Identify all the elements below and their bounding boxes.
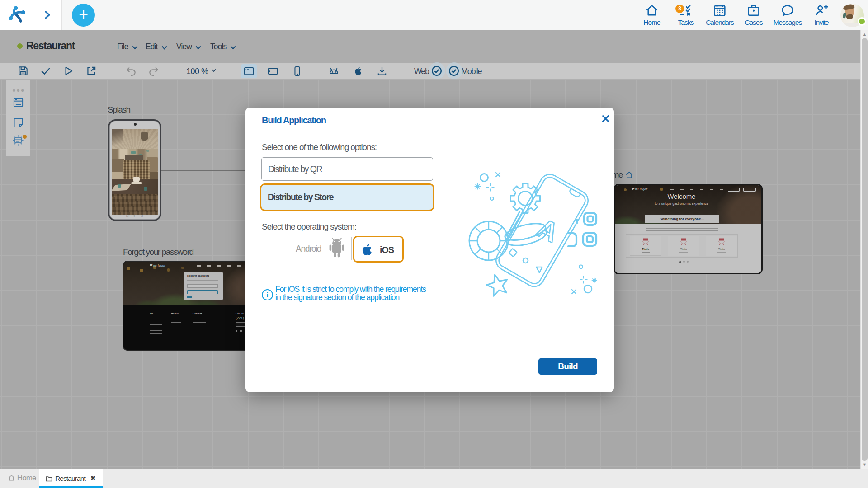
svg-text:A: A [533, 212, 563, 248]
